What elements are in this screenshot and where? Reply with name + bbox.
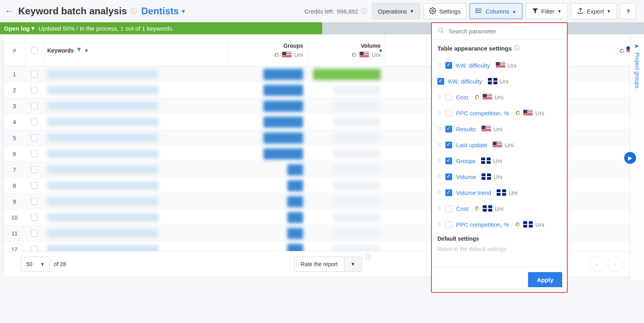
param-name[interactable]: Volume trend	[456, 189, 491, 196]
param-name[interactable]: Cost	[456, 94, 468, 101]
drag-handle-icon[interactable]: ⠿	[437, 142, 441, 148]
param-name[interactable]: Volume	[456, 173, 476, 180]
row-select[interactable]	[26, 71, 43, 78]
filter-button[interactable]: Filter ▼	[526, 3, 568, 19]
operations-button[interactable]: Operations ▼	[372, 3, 420, 19]
google-icon	[474, 205, 480, 212]
expand-side-button[interactable]: ▶	[624, 152, 636, 164]
row-group	[228, 69, 307, 80]
page-prev-button[interactable]: ‹	[590, 257, 605, 272]
param-checkbox[interactable]	[445, 173, 452, 180]
col-keywords[interactable]: Keywords ▼	[43, 35, 228, 66]
row-checkbox[interactable]	[31, 198, 38, 205]
param-checkbox[interactable]	[445, 62, 452, 69]
sort-caret-icon[interactable]: ▼	[379, 48, 383, 53]
row-select[interactable]	[26, 198, 43, 205]
param-checkbox[interactable]	[445, 205, 452, 212]
param-checkbox[interactable]	[445, 221, 452, 228]
project-dropdown[interactable]: Dentists ▾	[141, 6, 185, 17]
row-select[interactable]	[26, 87, 43, 93]
row-volume	[307, 197, 385, 206]
caret-down-icon: ▼	[607, 9, 611, 14]
row-keyword	[43, 150, 228, 158]
info-icon[interactable]: ⓘ	[131, 7, 137, 16]
param-name[interactable]: PPC competition, %	[456, 110, 509, 117]
param-name[interactable]: Results	[456, 126, 476, 132]
drag-handle-icon[interactable]: ⠿	[437, 94, 441, 100]
drag-handle-icon[interactable]: ⠿	[437, 126, 441, 132]
drag-handle-icon[interactable]: ⠿	[437, 158, 441, 164]
info-icon[interactable]: ⓘ	[365, 253, 371, 261]
drag-handle-icon[interactable]: ⠿	[437, 110, 441, 116]
param-name[interactable]: Last update	[456, 142, 487, 148]
param-checkbox[interactable]	[445, 158, 452, 164]
param-checkbox[interactable]	[445, 189, 452, 196]
row-select[interactable]	[26, 214, 43, 221]
sort-caret-icon[interactable]: ▼	[84, 48, 89, 53]
param-name[interactable]: KW. difficulty	[456, 62, 490, 69]
flag-uk-icon	[482, 173, 491, 180]
drag-handle-icon[interactable]: ⠿	[437, 222, 441, 228]
row-checkbox[interactable]	[31, 103, 38, 109]
param-checkbox[interactable]	[445, 142, 452, 148]
drag-handle-icon[interactable]: ⠿	[437, 206, 441, 212]
column-param-row: ⠿CostUni	[437, 89, 561, 105]
info-icon[interactable]: ⓘ	[514, 45, 520, 52]
flag-uk-icon	[497, 189, 506, 196]
back-arrow-icon[interactable]: ←	[5, 6, 14, 16]
columns-button[interactable]: Columns ▲	[470, 3, 522, 19]
column-param-row: ⠿KW. difficultyUni	[437, 57, 561, 73]
col-number[interactable]: #	[4, 35, 26, 66]
param-checkbox[interactable]	[445, 94, 452, 101]
row-checkbox[interactable]	[31, 182, 38, 189]
settings-button[interactable]: Settings	[423, 3, 466, 19]
col-volume[interactable]: Volume Uni ▼	[307, 35, 385, 66]
search-parameter-input[interactable]	[449, 28, 561, 35]
row-checkbox[interactable]	[31, 166, 38, 173]
page-size-select[interactable]: 50 ▼	[21, 257, 50, 272]
row-select[interactable]	[26, 103, 43, 109]
row-select[interactable]	[26, 182, 43, 189]
caret-down-icon[interactable]: ▼	[344, 257, 362, 271]
page-next-button[interactable]: ›	[608, 257, 623, 272]
param-name[interactable]: KW. difficulty	[448, 78, 482, 85]
svg-point-4	[476, 8, 477, 9]
row-keyword	[43, 70, 228, 79]
row-select[interactable]	[26, 119, 43, 125]
drag-handle-icon[interactable]: ⠿	[437, 62, 441, 68]
row-checkbox[interactable]	[31, 119, 38, 125]
help-button[interactable]: ?	[620, 3, 636, 19]
col-groups[interactable]: Groups Uni	[228, 35, 307, 66]
row-select[interactable]	[26, 230, 43, 237]
drag-handle-icon[interactable]: ⠿	[437, 190, 441, 196]
row-checkbox[interactable]	[31, 87, 38, 93]
param-name[interactable]: Cost	[456, 205, 468, 212]
param-checkbox[interactable]	[437, 78, 444, 85]
export-button[interactable]: Export ▼	[571, 3, 617, 19]
param-name[interactable]: Groups	[456, 158, 476, 164]
filter-icon[interactable]	[76, 47, 82, 54]
row-checkbox[interactable]	[31, 214, 38, 221]
row-checkbox[interactable]	[31, 71, 38, 78]
row-checkbox[interactable]	[31, 134, 38, 141]
param-checkbox[interactable]	[445, 126, 452, 132]
col-select-all[interactable]	[26, 35, 43, 66]
row-select[interactable]	[26, 134, 43, 141]
row-number: 2	[4, 87, 26, 93]
row-select[interactable]	[26, 166, 43, 173]
collapse-icon[interactable]: ▶	[635, 43, 639, 49]
row-checkbox[interactable]	[31, 150, 38, 157]
rate-report-control[interactable]: Rate the report ▼ ⓘ	[294, 257, 362, 272]
reset-default-link[interactable]: Reset to the default settings	[437, 246, 561, 252]
drag-handle-icon[interactable]: ⠿	[437, 174, 441, 180]
select-all-checkbox[interactable]	[31, 47, 38, 54]
param-name[interactable]: PPC competition, %	[456, 221, 509, 228]
info-icon[interactable]: ⓘ	[361, 7, 367, 16]
row-checkbox[interactable]	[31, 230, 38, 237]
row-number: 11	[4, 230, 26, 237]
param-checkbox[interactable]	[445, 110, 452, 117]
row-volume	[307, 69, 385, 80]
row-select[interactable]	[26, 150, 43, 157]
apply-button[interactable]: Apply	[528, 272, 562, 277]
open-log-button[interactable]: Open log ▾	[4, 25, 35, 32]
